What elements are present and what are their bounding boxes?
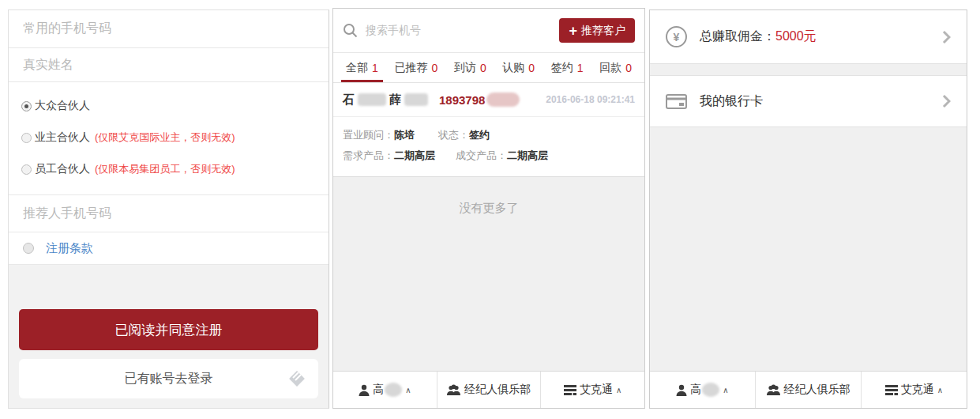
field-label: 置业顾问： xyxy=(343,129,394,141)
list-icon xyxy=(885,385,898,395)
radio-selected-icon[interactable] xyxy=(21,101,32,111)
tab-repaid[interactable]: 回款 0 xyxy=(593,53,638,82)
nav-app[interactable]: 艾克通 ∧ xyxy=(861,372,967,408)
caret-up-icon: ∧ xyxy=(937,386,943,394)
customer-surname: 薛 xyxy=(389,92,401,108)
commission-label: 总赚取佣金：5000元 xyxy=(700,28,817,45)
radio-unselected-icon[interactable] xyxy=(21,164,32,175)
screenshot-stage: 常用的手机号码 真实姓名 大众合伙人 业主合伙人 (仅限艾克国际业主，否则无效)… xyxy=(0,0,980,419)
nav-profile-label: 高 xyxy=(373,383,384,397)
radio-unselected-icon[interactable] xyxy=(21,133,32,143)
referrer-phone-input[interactable]: 推荐人手机号码 xyxy=(9,195,329,232)
customer-card-header: 石 薛 1893798 2016-06-18 09:21:41 xyxy=(333,83,644,117)
status-tabs: 全部 1 已推荐 0 到访 0 认购 0 签约 1 回款 0 xyxy=(333,53,644,83)
login-button[interactable]: 已有账号去登录 xyxy=(19,359,318,398)
form-footer: 已阅读并同意注册 已有账号去登录 xyxy=(9,265,329,408)
bank-card-label: 我的银行卡 xyxy=(700,93,763,110)
redacted-name xyxy=(385,383,402,397)
chevron-right-icon xyxy=(942,30,951,44)
tab-count: 0 xyxy=(431,62,437,74)
tab-subscribed[interactable]: 认购 0 xyxy=(496,53,541,82)
tab-recommended[interactable]: 已推荐 0 xyxy=(388,53,444,82)
login-button-label: 已有账号去登录 xyxy=(125,371,213,387)
radio-label: 大众合伙人 xyxy=(35,99,90,113)
search-input[interactable]: 搜索手机号 xyxy=(366,24,421,38)
real-name-input[interactable]: 真实姓名 xyxy=(9,48,329,82)
list-icon xyxy=(564,385,576,395)
redacted-name xyxy=(702,383,719,397)
tab-signed[interactable]: 签约 1 xyxy=(545,53,590,82)
person-icon xyxy=(359,384,370,396)
terms-radio-icon[interactable] xyxy=(23,243,34,254)
nav-profile[interactable]: 高 ∧ xyxy=(333,372,437,408)
diamond-logo-icon xyxy=(287,368,307,392)
tab-count: 0 xyxy=(480,62,486,74)
field-label: 成交产品： xyxy=(456,149,507,161)
field-value: 二期高层 xyxy=(394,149,435,161)
tab-count: 1 xyxy=(577,62,584,74)
customer-card[interactable]: 石 薛 1893798 2016-06-18 09:21:41 置业顾问：陈培状… xyxy=(333,83,644,177)
tab-all[interactable]: 全部 1 xyxy=(340,53,385,82)
radio-note: (仅限本易集团员工，否则无效) xyxy=(95,162,235,176)
tab-label: 回款 xyxy=(599,61,621,75)
commission-label-text: 总赚取佣金： xyxy=(700,29,775,43)
search-icon xyxy=(343,23,358,38)
plus-icon: + xyxy=(569,24,577,38)
field-value: 签约 xyxy=(469,129,490,141)
field-label: 状态： xyxy=(438,129,469,141)
bottom-nav: 高 ∧ 经纪人俱乐部 xyxy=(333,371,644,408)
wallet-panel: ¥ 总赚取佣金：5000元 我的银行卡 xyxy=(649,9,967,409)
bank-card-row[interactable]: 我的银行卡 xyxy=(650,75,967,127)
field-label: 需求产品： xyxy=(343,149,394,161)
tab-count: 1 xyxy=(372,62,378,74)
register-panel: 常用的手机号码 真实姓名 大众合伙人 业主合伙人 (仅限艾克国际业主，否则无效)… xyxy=(8,9,329,409)
nav-profile-label: 高 xyxy=(690,383,701,397)
customer-surname: 石 xyxy=(343,92,355,108)
customer-timestamp: 2016-06-18 09:21:41 xyxy=(546,94,635,105)
tab-visited[interactable]: 到访 0 xyxy=(448,53,493,82)
caret-up-icon: ∧ xyxy=(405,386,411,394)
tab-label: 已推荐 xyxy=(394,61,427,75)
users-icon xyxy=(447,384,461,396)
terms-row: 注册条款 xyxy=(9,232,329,265)
recommend-customer-label: 推荐客户 xyxy=(581,24,625,38)
yen-icon: ¥ xyxy=(666,26,687,47)
nav-broker-club[interactable]: 经纪人俱乐部 xyxy=(437,372,541,408)
radio-note: (仅限艾克国际业主，否则无效) xyxy=(95,130,235,145)
tab-label: 签约 xyxy=(551,61,573,75)
nav-app-label: 艾克通 xyxy=(901,383,934,397)
chevron-right-icon xyxy=(942,94,951,108)
tab-count: 0 xyxy=(625,62,632,74)
redacted-name xyxy=(404,93,428,106)
customers-panel: 搜索手机号 + 推荐客户 全部 1 已推荐 0 到访 0 认购 0 xyxy=(332,8,645,409)
terms-link[interactable]: 注册条款 xyxy=(46,241,93,256)
phone-input[interactable]: 常用的手机号码 xyxy=(9,10,329,48)
nav-broker-club[interactable]: 经纪人俱乐部 xyxy=(755,372,861,408)
radio-option-employee-partner[interactable]: 员工合伙人 (仅限本易集团员工，否则无效) xyxy=(21,153,329,185)
field-value: 二期高层 xyxy=(507,149,548,161)
recommend-customer-button[interactable]: + 推荐客户 xyxy=(559,18,635,43)
nav-broker-club-label: 经纪人俱乐部 xyxy=(464,383,531,397)
person-icon xyxy=(676,384,687,396)
section-gap xyxy=(650,64,967,75)
radio-label: 业主合伙人 xyxy=(35,130,90,145)
radio-option-public-partner[interactable]: 大众合伙人 xyxy=(21,90,329,122)
no-more-text: 没有更多了 xyxy=(333,177,644,371)
customer-detail-line: 需求产品：二期高层成交产品：二期高层 xyxy=(343,145,635,166)
field-value: 陈培 xyxy=(394,129,415,141)
caret-up-icon: ∧ xyxy=(616,386,621,394)
nav-profile[interactable]: 高 ∧ xyxy=(650,372,755,408)
commission-value: 5000元 xyxy=(775,29,817,43)
caret-up-icon: ∧ xyxy=(723,386,728,394)
commission-row[interactable]: ¥ 总赚取佣金：5000元 xyxy=(650,10,967,64)
radio-label: 员工合伙人 xyxy=(35,162,90,176)
users-icon xyxy=(767,384,781,396)
tab-label: 认购 xyxy=(502,61,524,75)
redacted-phone xyxy=(486,92,520,107)
register-button[interactable]: 已阅读并同意注册 xyxy=(19,309,318,350)
tab-count: 0 xyxy=(528,62,535,74)
bank-card-icon xyxy=(666,94,687,109)
nav-app[interactable]: 艾克通 ∧ xyxy=(540,372,644,408)
radio-option-owner-partner[interactable]: 业主合伙人 (仅限艾克国际业主，否则无效) xyxy=(21,122,329,153)
bottom-nav: 高 ∧ 经纪人俱乐部 xyxy=(650,371,967,408)
